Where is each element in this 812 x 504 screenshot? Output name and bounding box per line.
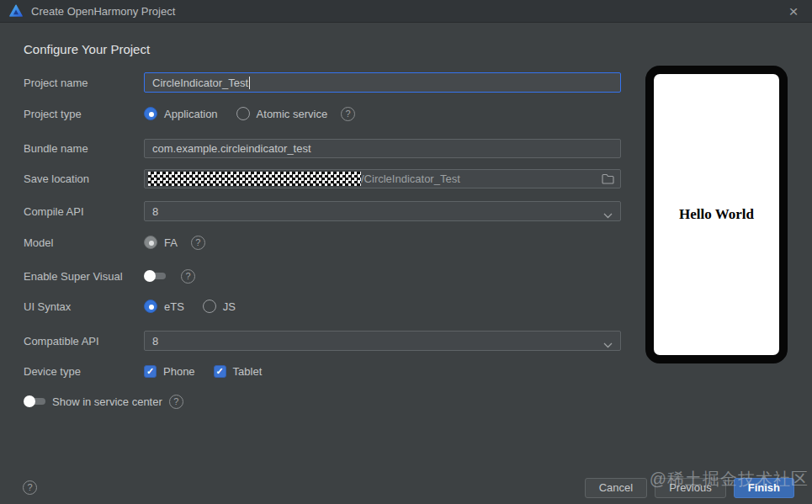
- enable-super-visual-help-icon[interactable]: ?: [181, 269, 195, 284]
- ui-syntax-row: UI Syntax eTS JS: [24, 296, 236, 316]
- compatible-api-label: Compatible API: [24, 335, 144, 347]
- compatible-api-value: 8: [145, 335, 158, 347]
- compatible-api-select[interactable]: 8: [144, 331, 621, 351]
- deveco-studio-logo-icon: [8, 3, 24, 19]
- project-type-help-icon[interactable]: ?: [341, 107, 355, 121]
- show-in-service-center-label: Show in service center: [52, 395, 162, 408]
- save-location-suffix: /CircleIndicator_Test: [361, 172, 460, 185]
- toggle-knob: [24, 395, 35, 407]
- model-help-icon[interactable]: ?: [191, 236, 205, 250]
- project-type-option-atomic-service[interactable]: Atomic service: [257, 108, 328, 120]
- compatible-api-row: Compatible API 8: [24, 331, 621, 351]
- ui-syntax-radio-ets[interactable]: [144, 300, 157, 313]
- folder-browse-icon[interactable]: [602, 173, 614, 184]
- save-location-row: Save location /CircleIndicator_Test: [24, 168, 621, 188]
- show-in-service-center-row: Show in service center ?: [24, 391, 183, 411]
- enable-super-visual-label: Enable Super Visual: [24, 270, 144, 283]
- preview-screen-text: Hello World: [679, 206, 754, 223]
- enable-super-visual-row: Enable Super Visual ?: [24, 266, 195, 286]
- finish-button[interactable]: Finish: [734, 478, 794, 498]
- device-preview: Hello World: [645, 66, 788, 363]
- text-caret: [249, 77, 250, 89]
- cancel-button[interactable]: Cancel: [585, 478, 647, 498]
- model-option-fa[interactable]: FA: [164, 236, 178, 249]
- show-in-service-center-help-icon[interactable]: ?: [169, 395, 183, 409]
- compile-api-label: Compile API: [24, 205, 144, 218]
- compile-api-select[interactable]: 8: [144, 201, 621, 221]
- show-in-service-center-toggle[interactable]: [25, 398, 45, 405]
- bundle-name-row: Bundle name com.example.circleindicator_…: [24, 138, 621, 158]
- device-type-checkbox-phone[interactable]: ✓: [144, 365, 157, 378]
- device-type-option-tablet[interactable]: Tablet: [233, 365, 263, 378]
- project-type-label: Project type: [24, 108, 144, 120]
- window-title: Create OpenHarmony Project: [31, 5, 175, 18]
- project-name-row: Project name CircleIndicator_Test: [24, 72, 621, 93]
- redacted-path-overlay: [148, 172, 361, 186]
- ui-syntax-radio-js[interactable]: [203, 300, 216, 313]
- project-type-radio-atomic-service[interactable]: [236, 107, 250, 120]
- bundle-name-value: com.example.circleindicator_test: [145, 142, 311, 155]
- previous-button[interactable]: Previous: [655, 478, 726, 498]
- model-radio-fa[interactable]: [144, 236, 157, 249]
- save-location-input[interactable]: /CircleIndicator_Test: [144, 169, 621, 188]
- bundle-name-input[interactable]: com.example.circleindicator_test: [144, 139, 621, 158]
- project-type-row: Project type Application Atomic service …: [24, 103, 355, 124]
- ui-syntax-label: UI Syntax: [24, 300, 144, 313]
- device-type-row: Device type ✓ Phone ✓ Tablet: [24, 361, 262, 381]
- footer-buttons: Cancel Previous Finish: [585, 478, 794, 498]
- toggle-knob: [144, 270, 156, 282]
- project-name-value: CircleIndicator_Test: [145, 77, 248, 89]
- device-type-option-phone[interactable]: Phone: [163, 365, 195, 378]
- save-location-label: Save location: [24, 172, 144, 185]
- compile-api-row: Compile API 8: [24, 201, 621, 221]
- create-openharmony-project-dialog: Create OpenHarmony Project × Configure Y…: [0, 0, 812, 504]
- device-type-checkbox-tablet[interactable]: ✓: [214, 365, 226, 378]
- ui-syntax-option-ets[interactable]: eTS: [164, 300, 184, 313]
- project-name-label: Project name: [24, 77, 144, 89]
- project-type-radio-application[interactable]: [144, 107, 157, 120]
- titlebar: Create OpenHarmony Project ×: [0, 0, 812, 23]
- compile-api-value: 8: [145, 205, 158, 218]
- model-row: Model FA ?: [24, 232, 205, 252]
- model-label: Model: [24, 236, 144, 249]
- page-title: Configure Your Project: [24, 42, 150, 56]
- project-name-input[interactable]: CircleIndicator_Test: [144, 72, 621, 93]
- bundle-name-label: Bundle name: [24, 142, 144, 155]
- chevron-down-icon: [603, 209, 613, 221]
- project-type-option-application[interactable]: Application: [164, 108, 218, 120]
- dialog-help-icon[interactable]: ?: [23, 480, 37, 495]
- enable-super-visual-toggle[interactable]: [146, 273, 166, 279]
- device-type-label: Device type: [24, 365, 144, 378]
- close-icon[interactable]: ×: [783, 2, 804, 22]
- ui-syntax-option-js[interactable]: JS: [223, 300, 236, 313]
- chevron-down-icon: [603, 338, 613, 351]
